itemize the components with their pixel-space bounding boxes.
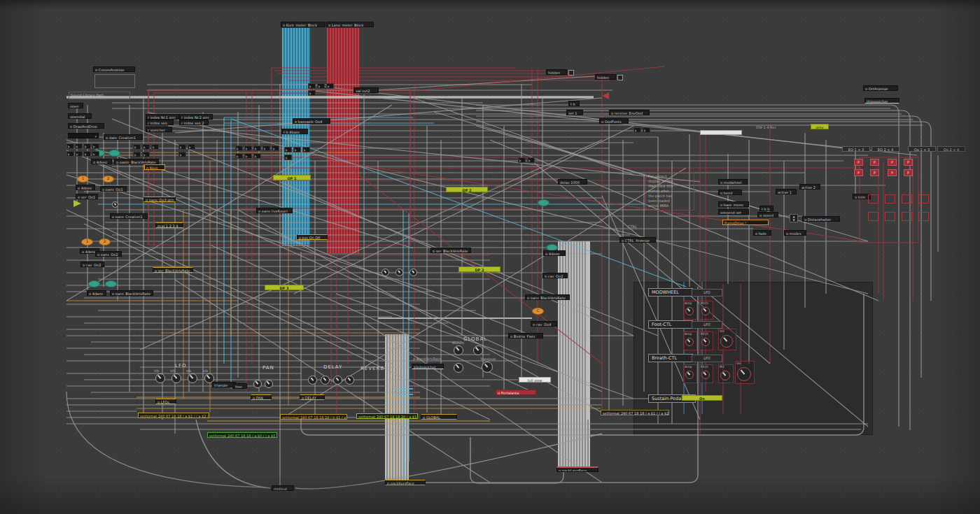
matrix-cell[interactable] xyxy=(868,212,878,221)
objy-ecal[interactable]: ecal 1 2 3 4 xyxy=(155,222,183,228)
obj-r-index-nr1[interactable]: r index Nr.1 grrr xyxy=(146,114,179,120)
patch-cord[interactable] xyxy=(336,294,634,399)
objy-ser-blackvelv[interactable]: p ser_BlackVelvRate xyxy=(153,267,193,273)
number-box[interactable] xyxy=(262,145,270,151)
msg-pumpdrive[interactable]: PumpDrive ! xyxy=(722,220,769,225)
toggle-teal-d2[interactable] xyxy=(105,280,117,287)
patch-cord[interactable] xyxy=(231,119,686,287)
number-box[interactable] xyxy=(253,153,261,159)
toggle-teal-f1[interactable] xyxy=(538,199,550,206)
patch-cord[interactable] xyxy=(280,182,634,336)
obj-pans-blackvelv2[interactable]: p pans_BlackVelvRate xyxy=(525,294,570,300)
obj-4dseq-a[interactable]: p 4dseq xyxy=(91,159,112,164)
obj-ser-blackvelv-c[interactable]: p ser_BlackVelvRate xyxy=(430,248,471,253)
number-box[interactable] xyxy=(75,143,83,149)
number-box[interactable] xyxy=(293,147,301,152)
obj-date-creation[interactable]: p date_Creation1 xyxy=(104,134,143,140)
white-bar[interactable] xyxy=(700,130,742,135)
toggle-org-e1[interactable]: C xyxy=(532,308,544,315)
obj-p-delay[interactable]: p DELAY xyxy=(300,394,325,400)
knob[interactable] xyxy=(685,371,694,379)
obj-p-pan[interactable]: p PAN xyxy=(251,394,272,400)
number-box[interactable] xyxy=(302,147,310,152)
number-box[interactable] xyxy=(518,157,526,163)
patch-cord[interactable] xyxy=(396,287,698,483)
preset-chip[interactable]: P xyxy=(870,169,879,176)
obj-lang-meter-block[interactable]: p Lang_meter_Block xyxy=(326,22,374,27)
lime-op1[interactable]: OP 1 xyxy=(273,175,311,180)
patch-cord[interactable] xyxy=(66,210,392,364)
knob[interactable] xyxy=(454,345,463,355)
number-box[interactable] xyxy=(83,143,91,149)
knob[interactable] xyxy=(482,362,493,373)
obj-p-speed[interactable]: p speed xyxy=(757,212,778,217)
preset-chip[interactable]: P xyxy=(870,159,879,166)
obj-hidden-2[interactable]: hidden xyxy=(595,74,616,80)
patch-cord[interactable] xyxy=(196,420,270,488)
knob[interactable] xyxy=(396,269,403,276)
obj-drag-and-drop[interactable]: p DragAndDrop xyxy=(68,123,104,129)
knob[interactable] xyxy=(454,363,463,373)
lbl-lfo-3[interactable]: LFO xyxy=(692,355,722,362)
lbl-modwheel[interactable]: MODWHEEL xyxy=(648,288,693,297)
obj-opdfonts[interactable]: p OpdFonts xyxy=(599,118,629,124)
number-box[interactable] xyxy=(317,83,325,89)
obj-t-b[interactable]: t b xyxy=(568,101,580,106)
obj-bassweb-op4[interactable]: p bassweb_Op4 xyxy=(293,118,330,124)
obj-ort-anzeige[interactable]: p OrtAnzeige xyxy=(863,85,898,91)
obj-thisspeicher[interactable]: thisspeicher xyxy=(864,98,899,103)
toggle-org-c2[interactable]: 2 xyxy=(99,238,111,245)
knob[interactable] xyxy=(253,380,262,388)
lbl-lfo-2[interactable]: LFO xyxy=(692,321,722,329)
number-box[interactable] xyxy=(244,145,252,151)
number-box[interactable] xyxy=(253,145,261,151)
lbl-op24[interactable]: Op 2 + 4 xyxy=(937,146,965,152)
matrix-cell[interactable] xyxy=(885,212,895,221)
obj-bass-mono[interactable]: p bass_mono xyxy=(718,201,749,207)
number-box[interactable] xyxy=(326,83,334,89)
preset-chip[interactable]: P xyxy=(904,169,913,176)
patch-cord[interactable] xyxy=(295,434,602,489)
objy-pans-op3[interactable]: p pans_Op3 grrr xyxy=(144,197,176,202)
knob[interactable] xyxy=(701,371,710,379)
lime-dp3[interactable]: DP 3 xyxy=(265,285,304,290)
number-box[interactable] xyxy=(235,145,243,151)
obj-copies-anzeige[interactable]: p CopiesAnzeige xyxy=(93,66,135,72)
knob[interactable] xyxy=(155,373,165,383)
lbl-lfo-1[interactable]: LFO xyxy=(692,289,722,297)
toggle-org-c1[interactable]: 1 xyxy=(81,238,93,245)
matrix-cell[interactable] xyxy=(902,194,912,204)
number-box[interactable] xyxy=(178,152,186,157)
obj-pans-op2[interactable]: p pans_Op2 xyxy=(95,251,122,257)
obj-midiout[interactable]: midiout xyxy=(272,485,294,491)
obj-p-fade[interactable]: p fade xyxy=(753,230,771,236)
lbl-foot-ctl[interactable]: Foot-CTL xyxy=(648,320,693,329)
number-box[interactable] xyxy=(92,151,99,157)
obj-t-b-b[interactable]: t b b xyxy=(760,206,774,211)
number-box[interactable] xyxy=(133,144,141,150)
msg-setformat-3[interactable]: setformat 240 67 18 18 24 / b $1 / a $0 … xyxy=(280,414,347,420)
lime-op2[interactable]: OP 2 xyxy=(446,187,488,192)
number-box[interactable] xyxy=(643,127,650,133)
obj-r-index-nr2[interactable]: r index Nr.2 grrr xyxy=(179,114,213,120)
obj-delay-1000[interactable]: delay 1000 xyxy=(558,179,587,185)
knob[interactable] xyxy=(685,338,694,346)
obj-t-4bass[interactable]: t b 4bass xyxy=(281,129,308,134)
number-box[interactable] xyxy=(272,145,279,151)
obj-pans-creation[interactable]: p pans_Creation1 xyxy=(110,213,148,219)
number-box[interactable] xyxy=(75,151,83,157)
number-box[interactable] xyxy=(308,83,316,89)
number-box[interactable] xyxy=(83,151,91,157)
objy-kss-onoff[interactable]: p kss On Off xyxy=(297,234,328,240)
lime-prev[interactable]: prev xyxy=(811,124,829,129)
number-box[interactable] xyxy=(178,144,186,150)
obj-pack-langface[interactable]: p packLangFace xyxy=(556,466,598,472)
knob[interactable] xyxy=(737,367,751,381)
knob[interactable] xyxy=(685,307,694,315)
number-box[interactable] xyxy=(308,90,316,96)
objy-lfos[interactable]: p LFOs xyxy=(155,399,176,404)
lbl-eq13[interactable]: EQ 1 + 3 xyxy=(842,146,870,152)
preset-chip[interactable]: P xyxy=(888,169,897,176)
obj-paste-blackvelvrate[interactable]: p paste_BlackVelvRate xyxy=(114,159,159,164)
obj-kurz-meter-block[interactable]: p Kurz_meter_Block xyxy=(281,22,326,27)
